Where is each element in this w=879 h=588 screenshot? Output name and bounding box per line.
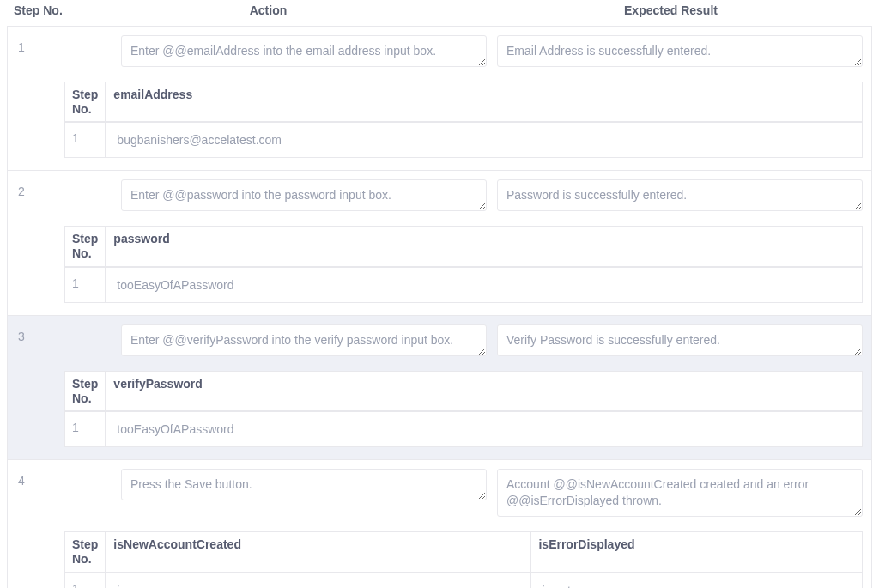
var-header-stepno: Step No. [64, 226, 106, 267]
var-header-name: verifyPassword [106, 371, 863, 412]
var-header-stepno: Step No. [64, 82, 106, 123]
var-value-cell[interactable]: bugbanishers@accelatest.com [106, 122, 863, 158]
expected-result-input[interactable] [497, 35, 863, 67]
var-header-name: isErrorDisplayed [530, 531, 863, 573]
var-header-name: password [106, 226, 863, 267]
var-header-name: emailAddress [106, 82, 863, 123]
test-steps-table: Step No. Action Expected Result 1Step No… [0, 0, 879, 588]
var-header-stepno: Step No. [64, 371, 106, 412]
step-number: 2 [16, 179, 111, 198]
table-header-row: Step No. Action Expected Result [7, 0, 872, 27]
step-row[interactable]: 2Step No.password1tooEasyOfAPassword [7, 171, 872, 315]
action-input[interactable] [121, 469, 487, 500]
action-input[interactable] [121, 179, 487, 211]
var-value-cell[interactable]: tooEasyOfAPassword [106, 411, 863, 447]
action-input[interactable] [121, 324, 487, 356]
variable-table: Step No.verifyPassword1tooEasyOfAPasswor… [64, 371, 863, 448]
header-expected: Expected Result [470, 3, 872, 17]
expected-result-input[interactable] [497, 179, 863, 211]
var-value-cell[interactable]: is not [530, 573, 863, 588]
step-number: 3 [16, 324, 111, 343]
header-stepno: Step No. [7, 3, 67, 17]
var-row-number: 1 [64, 573, 106, 588]
var-row-number: 1 [64, 267, 106, 303]
var-header-stepno: Step No. [64, 531, 106, 573]
expected-result-input[interactable] [497, 469, 863, 517]
header-action: Action [67, 3, 470, 17]
var-value-cell[interactable]: is [106, 573, 530, 588]
var-row-number: 1 [64, 122, 106, 158]
variable-table: Step No.password1tooEasyOfAPassword [64, 226, 863, 303]
action-input[interactable] [121, 35, 487, 67]
variable-table: Step No.isNewAccountCreatedisErrorDispla… [64, 531, 863, 588]
step-number: 4 [16, 469, 111, 488]
variable-table: Step No.emailAddress1bugbanishers@accela… [64, 82, 863, 159]
var-value-cell[interactable]: tooEasyOfAPassword [106, 267, 863, 303]
expected-result-input[interactable] [497, 324, 863, 356]
step-row[interactable]: 4Step No.isNewAccountCreatedisErrorDispl… [7, 460, 872, 588]
step-number: 1 [16, 35, 111, 54]
var-header-name: isNewAccountCreated [106, 531, 530, 573]
step-row[interactable]: 1Step No.emailAddress1bugbanishers@accel… [7, 27, 872, 171]
step-row[interactable]: 3Step No.verifyPassword1tooEasyOfAPasswo… [7, 316, 872, 460]
var-row-number: 1 [64, 411, 106, 447]
